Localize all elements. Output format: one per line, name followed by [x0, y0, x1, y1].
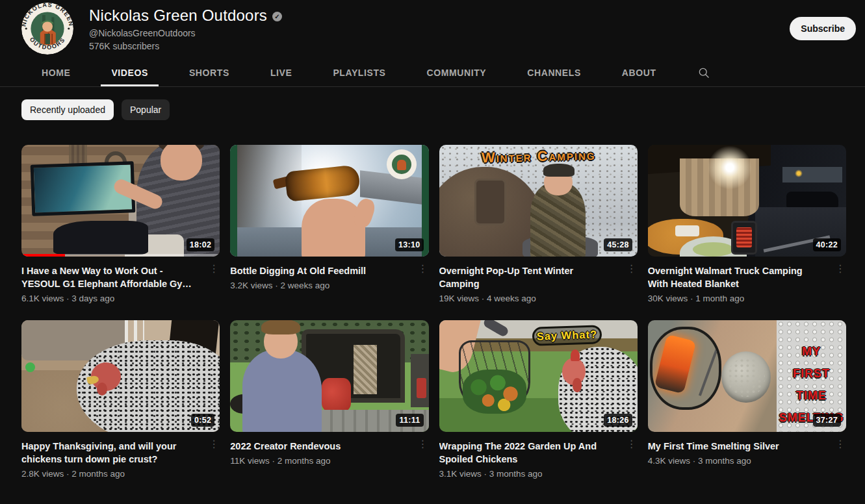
tab-videos[interactable]: VIDEOS [101, 58, 159, 86]
video-menu-icon[interactable]: ⋮ [208, 264, 220, 303]
thumb-art [322, 378, 352, 412]
watch-progress-fill [21, 254, 65, 257]
thumb-art [543, 164, 575, 177]
video-title[interactable]: Happy Thanksgiving, and will your chicke… [21, 440, 196, 466]
video-meta: 6.1K views · 3 days ago [21, 294, 196, 303]
thumb-art [731, 221, 757, 255]
subscriber-count: 576K subscribers [89, 41, 282, 51]
video-card: MY FIRST TIME SMELTING 37:27 My First Ti… [648, 320, 846, 479]
video-title[interactable]: I Have a New Way to Work Out - YESOUL G1… [21, 264, 196, 290]
video-card: Winter Camping 45:28 Overnight Pop-Up Te… [439, 145, 638, 303]
duration-badge: 18:26 [604, 414, 632, 427]
duration-badge: 40:22 [813, 238, 841, 251]
thumb-art [242, 349, 322, 432]
video-menu-icon[interactable]: ⋮ [626, 264, 638, 303]
video-meta: 3.1K views · 3 months ago [439, 469, 614, 479]
thumb-art [463, 370, 526, 414]
tab-playlists[interactable]: PLAYLISTS [322, 58, 396, 86]
video-menu-icon[interactable]: ⋮ [834, 264, 846, 303]
video-menu-icon[interactable]: ⋮ [834, 440, 846, 466]
tab-shorts[interactable]: SHORTS [179, 58, 240, 86]
channel-title: Nickolas Green Outdoors [89, 6, 267, 25]
video-thumbnail[interactable]: Say What? 18:26 [439, 320, 638, 432]
video-card: Say What? 18:26 Wrapping The 2022 Garden… [439, 320, 638, 479]
tab-live[interactable]: LIVE [260, 58, 303, 86]
thumb-art [261, 320, 300, 334]
video-card: 40:22 Overnight Walmart Truck Camping Wi… [648, 145, 846, 303]
duration-badge: 0:52 [191, 414, 214, 427]
duration-badge: 45:28 [604, 238, 632, 251]
video-card: 13:10 Bottle Digging At Old Feedmill 3.2… [230, 145, 428, 303]
thumb-art [417, 378, 426, 398]
chip-popular[interactable]: Popular [122, 99, 170, 120]
duration-badge: 13:10 [395, 238, 423, 251]
thumb-art [721, 351, 771, 403]
video-menu-icon[interactable]: ⋮ [417, 264, 429, 290]
thumbnail-overlay-text: Say What? [536, 328, 597, 342]
chip-recently-uploaded[interactable]: Recently uploaded [21, 99, 114, 120]
search-icon [697, 66, 710, 79]
video-thumbnail[interactable]: Winter Camping 45:28 [439, 145, 638, 257]
video-thumbnail[interactable]: 13:10 [230, 145, 428, 257]
channel-logo-icon: NICKOLAS GREEN OUTDOORS [21, 3, 73, 55]
thumb-art [474, 179, 506, 225]
video-card: 11:11 2022 Creator Rendevous 11K views ·… [230, 320, 428, 479]
tab-about[interactable]: ABOUT [612, 58, 667, 86]
video-thumbnail[interactable]: 0:52 [21, 320, 220, 432]
video-meta: 30K views · 1 month ago [648, 294, 823, 303]
video-menu-icon[interactable]: ⋮ [417, 440, 429, 466]
thumb-art [795, 170, 803, 177]
tab-community[interactable]: COMMUNITY [417, 58, 497, 86]
channel-handle: @NickolasGreenOutdoors [89, 28, 282, 38]
video-meta: 4.3K views · 3 months ago [648, 456, 823, 466]
tab-home[interactable]: HOME [31, 58, 81, 86]
duration-badge: 37:27 [813, 414, 841, 427]
subscribe-button[interactable]: Subscribe [790, 17, 856, 40]
thumb-art [782, 167, 842, 183]
video-meta: 3.2K views · 2 weeks ago [230, 281, 405, 290]
video-title[interactable]: My First Time Smelting Silver [648, 440, 823, 453]
thumb-art [650, 327, 721, 409]
thumb-art [351, 196, 377, 229]
thumb-art [571, 349, 580, 361]
thumbnail-speech-bubble: Say What? [532, 325, 602, 346]
thumb-art [302, 199, 365, 257]
video-thumbnail[interactable]: 40:22 [648, 145, 846, 257]
video-thumbnail[interactable]: MY FIRST TIME SMELTING 37:27 [648, 320, 846, 432]
tab-strip: HOME VIDEOS SHORTS LIVE PLAYLISTS COMMUN… [31, 58, 865, 86]
filter-chip-bar: Recently uploaded Popular [21, 99, 865, 120]
video-card: 0:52 Happy Thanksgiving, and will your c… [21, 320, 220, 479]
thumb-art [161, 145, 202, 181]
video-menu-icon[interactable]: ⋮ [208, 440, 220, 479]
video-title[interactable]: Wrapping The 2022 Garden Up And Spoiled … [439, 440, 614, 466]
channel-header: NICKOLAS GREEN OUTDOORS Nickolas Green O… [0, 0, 865, 58]
video-meta: 2.8K views · 2 months ago [21, 469, 196, 479]
thumb-art [53, 221, 149, 255]
video-thumbnail[interactable]: 11:11 [230, 320, 428, 432]
thumb-art [675, 225, 699, 236]
channel-logo-watermark [387, 149, 417, 179]
thumb-art [707, 145, 753, 190]
video-title[interactable]: 2022 Creator Rendevous [230, 440, 405, 453]
video-title[interactable]: Bottle Digging At Old Feedmill [230, 264, 405, 277]
channel-search-button[interactable] [687, 58, 721, 86]
thumb-art [786, 192, 838, 207]
tab-channels[interactable]: CHANNELS [517, 58, 591, 86]
watch-progress-bar [21, 254, 220, 257]
video-card: 18:02 I Have a New Way to Work Out - YES… [21, 145, 220, 303]
channel-info: Nickolas Green Outdoors ✓ @NickolasGreen… [89, 6, 282, 51]
video-title[interactable]: Overnight Walmart Truck Camping With Hea… [648, 264, 823, 290]
duration-badge: 18:02 [187, 238, 214, 251]
channel-avatar[interactable]: NICKOLAS GREEN OUTDOORS [21, 3, 73, 55]
duration-badge: 11:11 [396, 414, 423, 427]
thumb-art [230, 145, 237, 257]
thumb-art [482, 320, 509, 338]
video-menu-icon[interactable]: ⋮ [626, 440, 638, 479]
tabs-divider [0, 86, 865, 87]
video-title[interactable]: Overnight Pop-Up Tent Winter Camping [439, 264, 614, 290]
video-meta: 19K views · 4 weeks ago [439, 294, 614, 303]
verified-badge-icon: ✓ [272, 12, 282, 21]
video-meta: 11K views · 2 months ago [230, 456, 405, 466]
video-thumbnail[interactable]: 18:02 [21, 145, 220, 257]
thumb-art [354, 345, 378, 394]
